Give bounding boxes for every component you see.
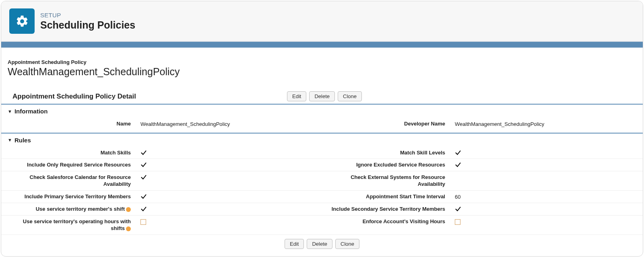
devname-value: WealthManagement_SchedulingPolicy <box>455 120 544 128</box>
match-skill-levels-label: Match Skill Levels <box>322 149 455 156</box>
checkmark-icon <box>140 149 147 156</box>
triangle-down-icon: ▼ <box>8 138 12 142</box>
unchecked-box <box>140 218 146 227</box>
decor-strip <box>1 41 643 48</box>
enforce-visiting-label: Enforce Account's Visiting Hours <box>322 218 455 225</box>
rules-row: Include Primary Service Territory Member… <box>1 190 643 203</box>
checkmark-icon <box>140 206 147 212</box>
delete-button[interactable]: Delete <box>309 91 335 101</box>
app-header: SETUP Scheduling Policies <box>1 1 643 41</box>
triangle-down-icon: ▼ <box>8 109 12 114</box>
name-label: Name <box>8 120 140 127</box>
delete-button[interactable]: Delete <box>307 239 332 249</box>
unchecked-box <box>455 218 460 227</box>
section-information[interactable]: ▼ Information <box>1 105 643 118</box>
help-icon[interactable] <box>126 226 131 231</box>
checkmark-icon <box>455 149 461 156</box>
checkmark-icon <box>140 193 147 200</box>
section-rules[interactable]: ▼ Rules <box>1 134 643 147</box>
detail-heading: Appointment Scheduling Policy Detail <box>12 92 287 101</box>
record-title: WealthManagement_SchedulingPolicy <box>8 66 636 78</box>
ignore-excluded-label: Ignore Excluded Service Resources <box>322 161 455 169</box>
checkmark-icon <box>455 206 461 212</box>
section-rules-title: Rules <box>14 137 31 144</box>
checkmark-icon <box>140 161 147 168</box>
rules-row: Use service territory's operating hours … <box>1 215 643 234</box>
detail-heading-bar: Appointment Scheduling Policy Detail Edi… <box>1 91 643 105</box>
rules-row: Use service territory member's shift Inc… <box>1 203 643 215</box>
info-row: Name WealthManagement_SchedulingPolicy D… <box>1 118 643 130</box>
use-member-shift-label: Use service territory member's shift <box>8 206 140 213</box>
rules-row: Check Salesforce Calendar for Resource A… <box>1 171 643 190</box>
gear-icon <box>9 8 35 34</box>
header-eyebrow: SETUP <box>40 12 135 18</box>
clone-button[interactable]: Clone <box>338 91 362 101</box>
clone-button[interactable]: Clone <box>335 239 359 249</box>
check-external-label: Check External Systems for Resource Avai… <box>322 174 455 188</box>
record-header: Appointment Scheduling Policy WealthMana… <box>1 48 643 91</box>
help-icon[interactable] <box>126 207 131 212</box>
rules-row: Include Only Required Service Resources … <box>1 158 643 171</box>
match-skills-label: Match Skills <box>8 149 140 156</box>
appt-start-interval-value: 60 <box>455 193 460 201</box>
devname-label: Developer Name <box>322 120 455 127</box>
checkmark-icon <box>140 174 147 181</box>
page-title: Scheduling Policies <box>40 19 135 31</box>
section-information-title: Information <box>14 108 48 115</box>
rules-row: Match Skills Match Skill Levels <box>1 147 643 159</box>
button-row-top: Edit Delete Clone <box>287 91 362 101</box>
include-secondary-label: Include Secondary Service Territory Memb… <box>322 206 455 213</box>
edit-button[interactable]: Edit <box>285 239 304 249</box>
name-value: WealthManagement_SchedulingPolicy <box>140 120 230 128</box>
check-sf-calendar-label: Check Salesforce Calendar for Resource A… <box>8 174 140 188</box>
edit-button[interactable]: Edit <box>287 91 306 101</box>
include-primary-label: Include Primary Service Territory Member… <box>8 193 140 200</box>
checkmark-icon <box>455 161 461 168</box>
record-type: Appointment Scheduling Policy <box>8 59 636 65</box>
button-row-bottom: Edit Delete Clone <box>1 234 643 256</box>
include-only-required-label: Include Only Required Service Resources <box>8 161 140 169</box>
appt-start-interval-label: Appointment Start Time Interval <box>322 193 455 200</box>
use-operating-hours-label: Use service territory's operating hours … <box>8 218 140 232</box>
